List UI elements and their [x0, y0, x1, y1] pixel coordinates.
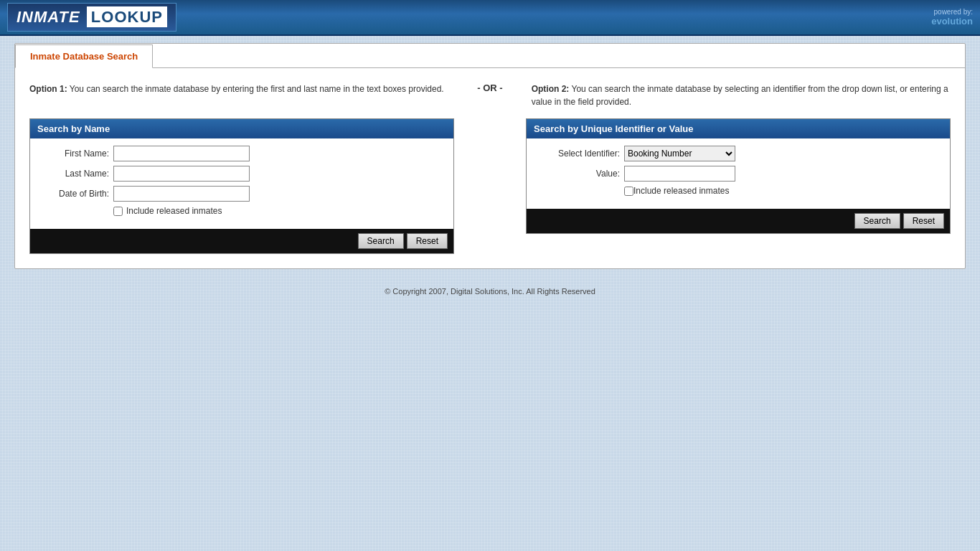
logo-area: Inmate Lookup — [7, 3, 176, 32]
last-name-label: Last Name: — [37, 169, 109, 179]
tabs: Inmate Database Search — [15, 44, 965, 68]
content: Option 1: You can search the inmate data… — [15, 68, 965, 268]
last-name-input[interactable] — [113, 166, 250, 182]
option1-desc-text: You can search the inmate database by en… — [70, 84, 444, 94]
search-by-identifier-header: Search by Unique Identifier or Value — [527, 119, 950, 138]
include-released-checkbox[interactable] — [113, 207, 123, 216]
search-by-name-box: Search by Name First Name: Last Name: Da… — [29, 118, 454, 254]
value-label: Value: — [534, 169, 620, 179]
logo: Inmate Lookup — [7, 3, 176, 32]
identifier-include-released-row: Include released inmates — [624, 186, 943, 196]
dob-row: Date of Birth: — [37, 186, 446, 202]
logo-inmate: Inmate — [17, 8, 80, 26]
dob-input[interactable] — [113, 186, 250, 202]
value-row: Value: — [534, 166, 943, 182]
first-name-input[interactable] — [113, 146, 250, 161]
dob-label: Date of Birth: — [37, 189, 109, 199]
first-name-label: First Name: — [37, 149, 109, 159]
options-description-row: Option 1: You can search the inmate data… — [29, 83, 951, 116]
identifier-search-button[interactable]: Search — [854, 213, 900, 229]
header: Inmate Lookup powered by: evolution — [0, 0, 980, 36]
option2-text: Option 2: You can search the inmate data… — [532, 83, 951, 108]
identifier-include-released-checkbox[interactable] — [624, 187, 633, 196]
option2-desc-text: You can search the inmate database by se… — [532, 84, 948, 107]
main-content: Inmate Database Search Option 1: You can… — [14, 43, 966, 269]
search-by-identifier-box: Search by Unique Identifier or Value Sel… — [526, 118, 951, 234]
first-name-row: First Name: — [37, 146, 446, 161]
option1-description: Option 1: You can search the inmate data… — [29, 83, 448, 103]
search-forms-row: Search by Name First Name: Last Name: Da… — [29, 118, 951, 254]
option2-label: Option 2: — [532, 84, 570, 94]
include-released-row: Include released inmates — [113, 206, 446, 216]
option1-text: Option 1: You can search the inmate data… — [29, 83, 448, 95]
identifier-reset-button[interactable]: Reset — [903, 213, 944, 229]
last-name-row: Last Name: — [37, 166, 446, 182]
name-reset-button[interactable]: Reset — [407, 233, 448, 249]
search-by-identifier-body: Select Identifier: Booking Number SSN Ca… — [527, 138, 950, 209]
search-by-name-body: First Name: Last Name: Date of Birth: In… — [30, 138, 453, 229]
search-by-name-header: Search by Name — [30, 119, 453, 138]
include-released-label: Include released inmates — [126, 206, 222, 216]
logo-lookup: Lookup — [87, 6, 167, 27]
identifier-include-released-label: Include released inmates — [633, 186, 729, 196]
tab-inmate-database-search[interactable]: Inmate Database Search — [15, 44, 153, 68]
identifier-value-input[interactable] — [624, 166, 735, 182]
footer: © Copyright 2007, Digital Solutions, Inc… — [0, 276, 980, 306]
or-divider: - OR - — [463, 83, 517, 93]
option1-label: Option 1: — [29, 84, 67, 94]
name-search-button[interactable]: Search — [358, 233, 404, 249]
option2-description: Option 2: You can search the inmate data… — [532, 83, 951, 116]
identifier-search-button-row: Search Reset — [527, 209, 950, 233]
select-identifier-row: Select Identifier: Booking Number SSN Ca… — [534, 146, 943, 161]
name-search-button-row: Search Reset — [30, 229, 453, 253]
evolution-brand: evolution — [931, 16, 973, 27]
select-identifier-label: Select Identifier: — [534, 149, 620, 159]
powered-by-text: powered by: — [931, 8, 973, 16]
copyright-text: © Copyright 2007, Digital Solutions, Inc… — [385, 287, 595, 296]
powered-by: powered by: evolution — [931, 8, 973, 27]
identifier-select[interactable]: Booking Number SSN Case Number Inmate ID — [624, 146, 735, 161]
